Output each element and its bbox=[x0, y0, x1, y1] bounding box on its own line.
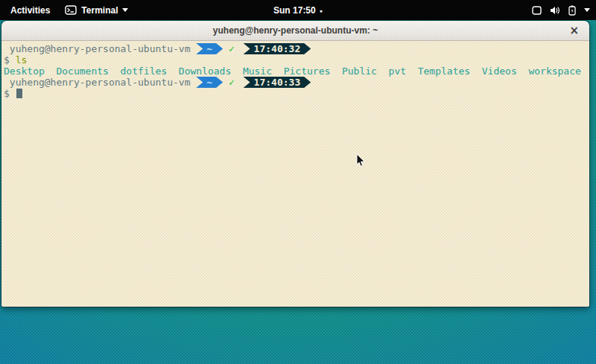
prompt-time-segment: 17:40:33 bbox=[244, 77, 311, 88]
ls-output-line: Desktop Documents dotfiles Downloads Mus… bbox=[4, 66, 589, 77]
prompt-path-segment: ~ bbox=[196, 43, 223, 54]
check-icon: ✓ bbox=[223, 43, 240, 54]
window-title: yuheng@henry-personal-ubuntu-vm: ~ bbox=[213, 25, 378, 36]
top-bar: Activities Terminal Sun 17:50 ● bbox=[0, 0, 596, 20]
clock-label: Sun 17:50 bbox=[273, 5, 316, 16]
app-menu-label: Terminal bbox=[81, 5, 118, 16]
prompt-line-1: yuheng@henry-personal-ubuntu-vm ~ ✓ 17:4… bbox=[4, 43, 589, 54]
system-tray[interactable] bbox=[532, 0, 590, 20]
prompt-time-segment: 17:40:32 bbox=[244, 43, 311, 54]
app-menu-terminal[interactable]: Terminal bbox=[65, 5, 128, 16]
battery-charging-icon bbox=[568, 5, 576, 16]
shell-prompt-symbol: $ bbox=[4, 54, 16, 66]
input-line[interactable]: $ bbox=[4, 88, 589, 99]
prompt-line-2: yuheng@henry-personal-ubuntu-vm ~ ✓ 17:4… bbox=[4, 77, 589, 88]
shell-prompt-symbol: $ bbox=[4, 88, 16, 99]
clock[interactable]: Sun 17:50 ● bbox=[273, 5, 323, 16]
screencast-icon bbox=[532, 6, 542, 15]
prompt-user-host: yuheng@henry-personal-ubuntu-vm bbox=[4, 77, 196, 88]
window-titlebar[interactable]: yuheng@henry-personal-ubuntu-vm: ~ × bbox=[1, 21, 589, 41]
terminal-screen[interactable]: yuheng@henry-personal-ubuntu-vm ~ ✓ 17:4… bbox=[1, 41, 589, 307]
prompt-path-segment: ~ bbox=[196, 77, 223, 88]
notification-dot: ● bbox=[320, 8, 323, 13]
terminal-window: yuheng@henry-personal-ubuntu-vm: ~ × yuh… bbox=[1, 21, 589, 307]
block-cursor bbox=[16, 89, 22, 98]
activities-button[interactable]: Activities bbox=[7, 5, 53, 16]
command-line: $ ls bbox=[4, 54, 589, 66]
volume-icon bbox=[550, 6, 560, 15]
check-icon: ✓ bbox=[223, 77, 240, 88]
terminal-app-icon bbox=[65, 5, 77, 15]
app-menu-caret-icon bbox=[122, 8, 128, 12]
close-icon[interactable]: × bbox=[569, 25, 579, 36]
typed-command: ls bbox=[16, 54, 28, 66]
prompt-user-host: yuheng@henry-personal-ubuntu-vm bbox=[4, 43, 196, 54]
system-menu-caret-icon bbox=[584, 8, 590, 12]
